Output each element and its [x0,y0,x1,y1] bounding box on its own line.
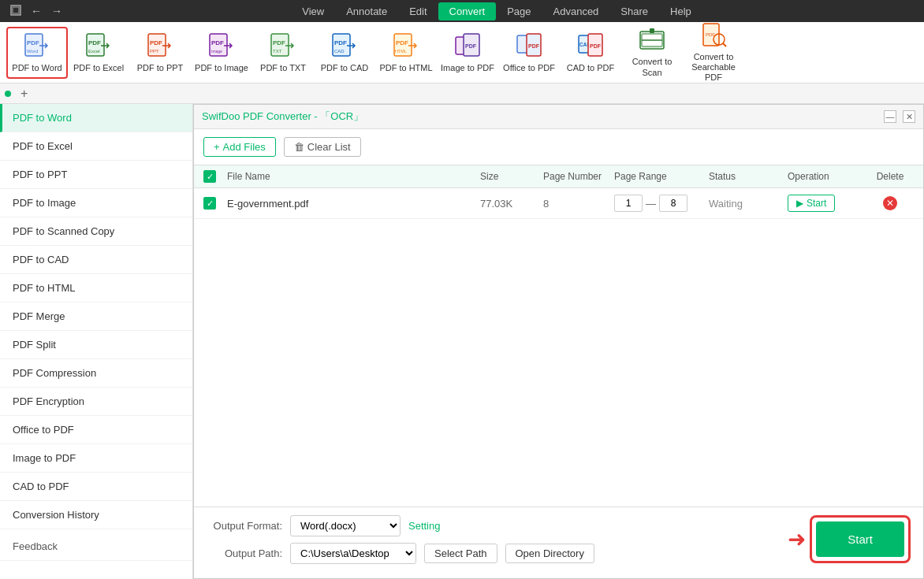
sidebar-item-pdf-to-ppt[interactable]: PDF to PPT [0,161,192,189]
th-check: ✓ [203,170,227,183]
office-to-pdf-icon: PDF [515,32,543,60]
trash-icon: 🗑 [294,141,304,153]
tool-convert-to-searchable[interactable]: PDF Convert to Searchable PDF [683,27,744,79]
svg-text:PDF: PDF [334,39,347,46]
tool-pdf-to-ppt[interactable]: PDF PPT PDF to PPT [129,27,191,79]
tool-image-to-pdf[interactable]: PDF Image to PDF [437,27,498,79]
svg-line-39 [723,43,726,46]
pdf-to-image-icon: PDF Image [207,32,236,60]
menu-advanced[interactable]: Advanced [542,2,610,20]
start-main-btn[interactable]: Start [816,521,904,557]
menu-edit[interactable]: Edit [398,2,438,20]
arrow-indicator: ➜ [788,526,806,552]
start-btn-wrapper: Start [816,521,904,557]
sidebar-item-pdf-to-cad[interactable]: PDF to CAD [0,246,192,274]
menu-page[interactable]: Page [496,2,542,20]
select-path-btn[interactable]: Select Path [424,544,497,563]
sidebar-item-pdf-to-scanned[interactable]: PDF to Scanned Copy [0,217,192,246]
svg-text:Word: Word [27,49,38,54]
sidebar-item-pdf-encryption[interactable]: PDF Encryption [0,388,192,416]
row-checkbox[interactable]: ✓ [203,197,227,210]
svg-text:PDF: PDF [88,39,101,46]
sidebar-item-pdf-to-excel[interactable]: PDF to Excel [0,132,192,161]
output-format-label: Output Format: [203,520,282,532]
tool-pdf-to-txt[interactable]: PDF TXT PDF to TXT [252,27,314,79]
main-content: PDF to Word PDF to Excel PDF to PPT PDF … [0,104,924,579]
add-files-btn[interactable]: + Add Files [203,137,276,157]
menu-share[interactable]: Share [609,2,659,20]
bottom-row: Output Format: Word(.docx) Setting Outpu… [203,515,914,570]
page-to-input[interactable] [659,195,687,212]
sidebar-item-pdf-to-word[interactable]: PDF to Word [0,104,192,132]
row-delete-btn[interactable]: ✕ [883,196,897,210]
header-checkbox[interactable]: ✓ [203,170,216,183]
sidebar-item-office-to-pdf[interactable]: Office to PDF [0,416,192,444]
toolbar: PDF Word PDF to Word PDF Excel PDF to Ex… [0,22,924,84]
th-size: Size [480,171,543,182]
svg-text:PDF: PDF [150,39,162,46]
th-filename: File Name [227,171,480,182]
tool-cad-to-pdf[interactable]: CAD PDF CAD to PDF [560,27,621,79]
clear-list-btn[interactable]: 🗑 Clear List [284,137,361,157]
sidebar-item-pdf-compression[interactable]: PDF Compression [0,359,192,388]
sidebar-item-pdf-to-image[interactable]: PDF to Image [0,189,192,217]
forward-btn[interactable]: → [47,3,66,19]
add-icon: + [214,141,220,153]
setting-link[interactable]: Setting [408,520,440,532]
svg-text:PDF: PDF [27,39,39,46]
table-row: ✓ E-government.pdf 77.03K 8 — Waiting [194,188,923,219]
menu-annotate[interactable]: Annotate [335,2,398,20]
row-operation: ▶ Start [788,195,866,212]
svg-text:PDF: PDF [706,32,715,37]
tool-pdf-to-word-label: PDF to Word [12,63,61,73]
pdf-to-word-icon: PDF Word [23,32,51,60]
menu-help[interactable]: Help [659,2,702,20]
pdf-to-cad-icon: PDF CAD [330,32,359,60]
sidebar-item-cad-to-pdf[interactable]: CAD to PDF [0,473,192,501]
tool-pdf-to-excel[interactable]: PDF Excel PDF to Excel [68,27,129,79]
add-tab-btn[interactable]: + [20,87,28,101]
play-icon: ▶ [796,198,803,209]
svg-text:PDF: PDF [590,43,602,49]
sidebar-item-image-to-pdf[interactable]: Image to PDF [0,444,192,473]
tool-pdf-to-cad[interactable]: PDF CAD PDF to CAD [314,27,375,79]
tool-pdf-to-image[interactable]: PDF Image PDF to Image [191,27,252,79]
svg-text:PDF: PDF [465,43,477,49]
tab-dot [5,91,11,97]
open-directory-btn[interactable]: Open Directory [505,544,594,563]
dialog-title-text: SwifDoo PDF Converter - [202,110,320,122]
output-path-select[interactable]: C:\Users\a\Desktop [290,543,416,564]
th-operation: Operation [788,171,866,182]
add-files-label: Add Files [223,141,266,153]
svg-text:CAD: CAD [334,49,345,54]
sidebar-item-pdf-split[interactable]: PDF Split [0,331,192,359]
tool-pdf-to-txt-label: PDF to TXT [260,63,306,73]
tool-pdf-to-html[interactable]: PDF HTML PDF to HTML [375,27,437,79]
sidebar-item-conversion-history[interactable]: Conversion History [0,501,192,529]
row-delete: ✕ [866,196,914,210]
menu-view[interactable]: View [291,2,335,20]
dialog-title-highlight: 「OCR」 [320,110,363,122]
svg-text:PDF: PDF [211,39,224,46]
sidebar-item-pdf-merge[interactable]: PDF Merge [0,302,192,331]
back-btn[interactable]: ← [27,3,46,19]
sidebar-item-feedback[interactable]: Feedback [0,533,192,561]
dialog-close-btn[interactable]: ✕ [903,110,915,123]
sidebar-item-pdf-to-html[interactable]: PDF to HTML [0,274,192,302]
row-pagenum: 8 [543,198,614,210]
tool-convert-to-scan-label: Convert to Scan [624,57,680,77]
svg-text:TXT: TXT [273,49,282,54]
menu-convert[interactable]: Convert [438,2,497,20]
window-controls: ← → [6,3,66,20]
tool-office-to-pdf-label: Office to PDF [503,63,555,73]
tool-pdf-to-word[interactable]: PDF Word PDF to Word [6,27,68,79]
window-icon[interactable] [6,3,25,20]
tool-office-to-pdf[interactable]: PDF Office to PDF [498,27,560,79]
page-from-input[interactable] [614,195,643,212]
svg-text:PDF: PDF [528,43,540,49]
tool-convert-to-scan[interactable]: Convert to Scan [621,27,683,79]
row-start-btn[interactable]: ▶ Start [788,195,835,212]
cad-to-pdf-icon: CAD PDF [576,32,605,60]
dialog-minimize-btn[interactable]: — [884,110,896,123]
output-format-select[interactable]: Word(.docx) [290,515,401,536]
